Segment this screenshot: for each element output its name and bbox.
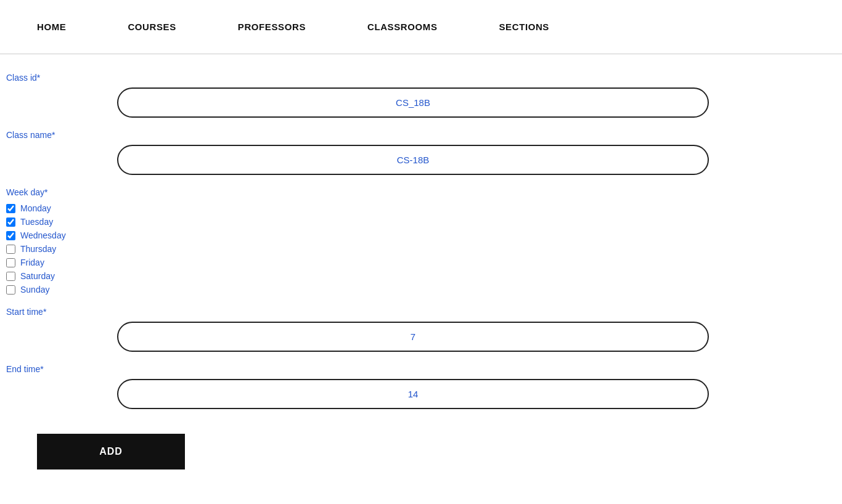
checkbox-item-friday[interactable]: Friday bbox=[6, 258, 805, 267]
checkbox-item-sunday[interactable]: Sunday bbox=[6, 285, 805, 295]
start-time-input[interactable] bbox=[117, 322, 709, 352]
main-nav: HOMECOURSESPROFESSORSCLASSROOMSSECTIONS bbox=[0, 0, 842, 54]
form-content: Class id* Class name* Week day* MondayTu… bbox=[0, 54, 842, 504]
checkbox-friday[interactable] bbox=[6, 258, 15, 267]
end-time-label: End time* bbox=[6, 364, 805, 374]
checkbox-label-wednesday: Wednesday bbox=[20, 230, 66, 240]
checkbox-item-saturday[interactable]: Saturday bbox=[6, 271, 805, 281]
checkbox-item-thursday[interactable]: Thursday bbox=[6, 244, 805, 254]
class-name-label: Class name* bbox=[6, 130, 805, 140]
nav-item-courses[interactable]: COURSES bbox=[128, 22, 176, 32]
weekday-label: Week day* bbox=[6, 187, 805, 197]
checkbox-saturday[interactable] bbox=[6, 272, 15, 281]
checkbox-monday[interactable] bbox=[6, 204, 15, 213]
start-time-label: Start time* bbox=[6, 307, 805, 317]
class-id-input[interactable] bbox=[117, 87, 709, 118]
checkbox-item-tuesday[interactable]: Tuesday bbox=[6, 217, 805, 227]
class-name-input[interactable] bbox=[117, 145, 709, 175]
class-id-group: Class id* bbox=[6, 73, 805, 118]
weekday-section: Week day* MondayTuesdayWednesdayThursday… bbox=[6, 187, 805, 295]
nav-item-professors[interactable]: PROFESSORS bbox=[238, 22, 306, 32]
checkbox-item-wednesday[interactable]: Wednesday bbox=[6, 230, 805, 240]
start-time-group: Start time* bbox=[6, 307, 805, 352]
end-time-input[interactable] bbox=[117, 379, 709, 409]
checkbox-tuesday[interactable] bbox=[6, 217, 15, 227]
checkbox-label-thursday: Thursday bbox=[20, 244, 56, 254]
class-name-group: Class name* bbox=[6, 130, 805, 175]
checkbox-label-tuesday: Tuesday bbox=[20, 217, 53, 227]
nav-item-home[interactable]: HOME bbox=[37, 22, 66, 32]
checkbox-label-friday: Friday bbox=[20, 258, 44, 267]
checkbox-label-saturday: Saturday bbox=[20, 271, 55, 281]
checkbox-item-monday[interactable]: Monday bbox=[6, 203, 805, 213]
nav-item-classrooms[interactable]: CLASSROOMS bbox=[367, 22, 438, 32]
class-id-label: Class id* bbox=[6, 73, 805, 83]
checkbox-label-sunday: Sunday bbox=[20, 285, 49, 295]
checkbox-thursday[interactable] bbox=[6, 245, 15, 254]
checkbox-group: MondayTuesdayWednesdayThursdayFridaySatu… bbox=[6, 203, 805, 295]
checkbox-sunday[interactable] bbox=[6, 285, 15, 295]
add-button[interactable]: ADD bbox=[37, 434, 185, 469]
end-time-group: End time* bbox=[6, 364, 805, 409]
checkbox-wednesday[interactable] bbox=[6, 231, 15, 240]
checkbox-label-monday: Monday bbox=[20, 203, 51, 213]
nav-item-sections[interactable]: SECTIONS bbox=[499, 22, 549, 32]
